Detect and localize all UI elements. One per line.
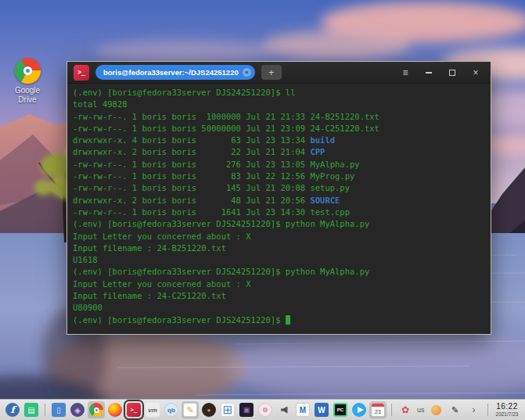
taskbar-divider	[45, 404, 45, 416]
terminal-line: -rw-rw-r--. 1 boris boris 50000000 Jul 2…	[73, 123, 485, 135]
pen-tray-icon[interactable]: ✎	[447, 401, 464, 418]
terminal-tab[interactable]: boris@fedora33server:~/DJS24251220 ×	[95, 65, 255, 80]
clock-date: 2021/7/23	[496, 412, 519, 418]
terminal-line: U1618	[73, 254, 485, 266]
taskbar-tray-left: ✿us✎›	[388, 401, 491, 418]
vmware-icon[interactable]: vm	[144, 401, 161, 418]
taskbar-divider	[487, 404, 488, 416]
notes-app-glyph: ▤	[24, 403, 38, 417]
media-disc-glyph	[258, 403, 272, 417]
tray-expand-icon[interactable]: ›	[466, 401, 483, 418]
desktop-icon-label: Google Drive	[5, 86, 50, 105]
desktop-icon-google-drive[interactable]: Google Drive	[5, 58, 50, 105]
vmware-glyph: vm	[146, 403, 160, 417]
terminal-line: drwxrwxr-x. 4 boris boris 63 Jul 23 13:3…	[73, 135, 485, 146]
notes-app-icon[interactable]: ▤	[23, 401, 40, 418]
google-drive-icon	[15, 58, 41, 84]
terminal-line: (.env) [boris@fedora33server DJS24251220…	[73, 266, 485, 278]
terminal-line: Input Letter you concerned about : X	[73, 278, 485, 290]
keyboard-layout[interactable]: us	[415, 406, 426, 414]
telegram-glyph	[352, 403, 366, 417]
gimp-glyph: ●	[202, 403, 216, 417]
floppy-app-glyph: ▣	[239, 403, 254, 417]
new-tab-button[interactable]: +	[261, 65, 282, 80]
terminal-line: Input Letter you concerned about : X	[73, 231, 485, 242]
text-editor-icon[interactable]: ✎	[182, 401, 199, 418]
terminal-line: -rw-rw-r--. 1 boris boris 1000000 Jul 21…	[73, 111, 485, 123]
terminal-line: (.env) [boris@fedora33server DJS24251220…	[73, 218, 485, 230]
files-app-icon[interactable]: ▯	[50, 401, 67, 418]
terminal-line: (.env) [boris@fedora33server DJS24251220…	[73, 87, 485, 99]
menu-icon[interactable]: ≡	[400, 67, 411, 78]
pycharm-icon[interactable]: PC	[332, 401, 349, 418]
qbittorrent-glyph: qb	[164, 403, 178, 417]
terminal-app-icon: >_	[74, 65, 89, 81]
floppy-app-icon[interactable]: ▣	[238, 401, 255, 418]
terminal-line: drwxrwxr-x. 2 boris boris 48 Jul 21 20:5…	[73, 195, 485, 206]
w-app-glyph: W	[315, 403, 329, 417]
remote-desktop-icon[interactable]: ⊞	[219, 401, 236, 418]
privacy-browser-icon[interactable]: ◈	[69, 401, 86, 418]
red-flower-tray-glyph: ✿	[398, 403, 412, 417]
volume-icon[interactable]	[275, 401, 293, 418]
terminal-tab-title: boris@fedora33server:~/DJS24251220	[103, 68, 239, 77]
terminal-output[interactable]: (.env) [boris@fedora33server DJS24251220…	[67, 84, 491, 334]
m-app-icon[interactable]: M	[294, 401, 311, 418]
fedora-menu-icon[interactable]: f	[4, 401, 21, 418]
taskbar-clock[interactable]: 16:22 2021/7/23	[493, 400, 522, 419]
volume-glyph	[277, 403, 291, 417]
clock-time: 16:22	[496, 403, 518, 411]
gimp-icon[interactable]: ●	[200, 401, 218, 418]
tray-expand-glyph: ›	[467, 403, 481, 417]
chrome-icon[interactable]	[88, 401, 105, 418]
m-app-glyph: M	[296, 403, 310, 417]
terminal-line: Input filename : 24-C251220.txt	[73, 290, 485, 302]
terminal-line: total 49828	[73, 99, 485, 110]
pycharm-glyph: PC	[333, 403, 347, 417]
calendar-app-icon[interactable]: 23	[369, 401, 387, 418]
terminal-line: U80900	[73, 302, 485, 314]
terminal-window: >_ boris@fedora33server:~/DJS24251220 × …	[67, 61, 491, 335]
desktop: Google Drive >_ boris@fedora33server:~/D…	[0, 0, 525, 420]
terminal-titlebar[interactable]: >_ boris@fedora33server:~/DJS24251220 × …	[67, 62, 491, 84]
pen-tray-glyph: ✎	[448, 403, 462, 417]
terminal-icon[interactable]: >_	[125, 401, 142, 418]
terminal-line: Input filename : 24-B251220.txt	[73, 242, 485, 254]
close-button[interactable]: ×	[470, 67, 481, 78]
taskbar-divider	[391, 404, 392, 416]
telegram-icon[interactable]	[351, 401, 368, 418]
files-app-glyph: ▯	[52, 403, 66, 417]
terminal-line: -rw-rw-r--. 1 boris boris 1641 Jul 23 14…	[73, 206, 485, 218]
chrome-glyph	[89, 403, 103, 417]
terminal-line: -rw-rw-r--. 1 boris boris 276 Jul 23 13:…	[73, 159, 485, 171]
orange-dot-tray-icon[interactable]	[428, 401, 445, 418]
taskbar-app-icons: f▤▯◈>_vmqb✎●⊞▣MWPC23	[4, 401, 387, 418]
terminal-line: -rw-rw-r--. 1 boris boris 145 Jul 21 20:…	[73, 182, 485, 194]
red-flower-tray-icon[interactable]: ✿	[397, 401, 414, 418]
fedora-menu-glyph: f	[5, 403, 20, 417]
maximize-button[interactable]	[447, 67, 458, 78]
firefox-glyph	[108, 403, 122, 417]
firefox-icon[interactable]	[106, 401, 124, 418]
orange-dot-tray-glyph	[431, 405, 441, 415]
remote-desktop-glyph: ⊞	[221, 403, 235, 417]
terminal-line: drwxrwxr-x. 2 boris boris 22 Jul 21 21:0…	[73, 146, 485, 158]
terminal-line: -rw-rw-r--. 1 boris boris 83 Jul 22 12:5…	[73, 171, 485, 182]
terminal-glyph: >_	[127, 403, 141, 417]
calendar-app-glyph: 23	[371, 403, 385, 417]
w-app-icon[interactable]: W	[313, 401, 330, 418]
privacy-browser-glyph: ◈	[70, 403, 85, 417]
tab-close-icon[interactable]: ×	[243, 68, 251, 77]
taskbar: f▤▯◈>_vmqb✎●⊞▣MWPC23 ✿us✎› 16:22 2021/7/…	[0, 399, 525, 420]
text-editor-glyph: ✎	[183, 403, 197, 417]
qbittorrent-icon[interactable]: qb	[163, 401, 180, 418]
minimize-button[interactable]	[423, 67, 434, 78]
media-disc-icon[interactable]	[257, 401, 274, 418]
terminal-line: (.env) [boris@fedora33server DJS24251220…	[73, 314, 485, 326]
